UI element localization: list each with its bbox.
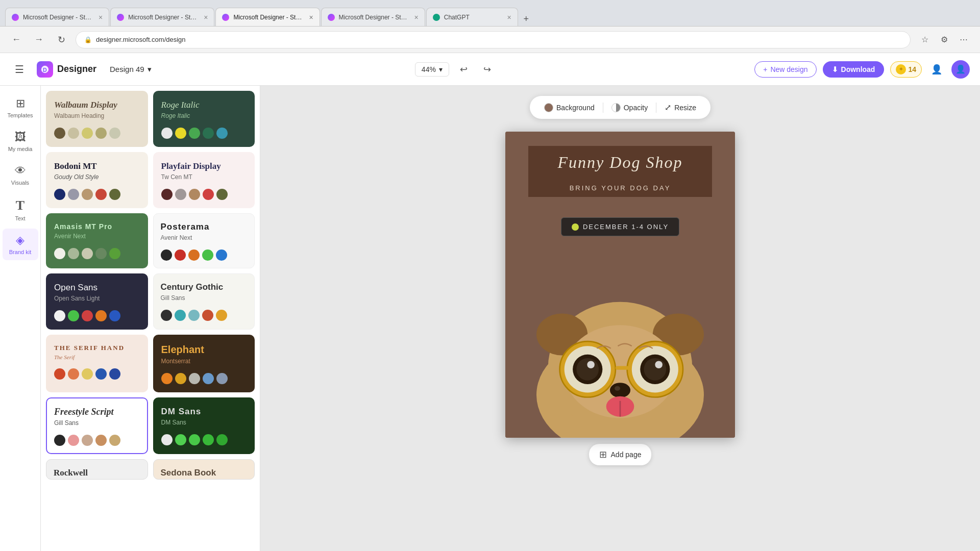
tab-close-1[interactable]: × <box>99 13 103 21</box>
forward-button[interactable]: → <box>31 32 47 48</box>
opacity-circle-icon <box>611 103 621 112</box>
tagline-bar[interactable]: BRING YOUR DOG DAY <box>528 179 713 197</box>
sidebar-icons: ⊞ Templates 🖼 My media 👁 Visuals T Text … <box>0 86 41 551</box>
share-button[interactable]: 👤 <box>928 61 945 78</box>
theme-card-walbaum[interactable]: Walbaum Display Walbaum Heading <box>46 91 148 147</box>
undo-button[interactable]: ↩ <box>455 61 473 78</box>
color-dot <box>175 128 186 139</box>
tab-close-chatgpt[interactable]: × <box>507 13 511 21</box>
address-bar-actions: ☆ ⚙ ⋯ <box>917 32 972 48</box>
color-dot <box>189 189 200 200</box>
resize-button[interactable]: ⤢ Resize <box>658 100 702 115</box>
card-subheading-roge: Roge Italic <box>161 112 247 119</box>
color-dot <box>54 368 65 380</box>
theme-card-playfair[interactable]: Playfair Display Tw Cen MT <box>153 152 255 208</box>
theme-card-freestyle[interactable]: Freestyle Script Gill Sans <box>46 397 148 454</box>
theme-card-rockwell[interactable]: Rockwell <box>46 459 148 480</box>
browser-tab-3[interactable]: Microsoft Designer - Stunning × <box>215 8 320 26</box>
color-dot <box>203 189 214 200</box>
color-dot <box>175 373 186 384</box>
new-design-button[interactable]: + New design <box>754 61 816 78</box>
avatar-button[interactable]: 👤 <box>951 60 970 79</box>
color-dot <box>68 248 79 259</box>
color-dot <box>175 434 186 445</box>
theme-card-centurygothic[interactable]: Century Gothic Gill Sans <box>153 273 255 330</box>
card-heading-roge: Roge Italic <box>161 100 247 110</box>
card-subheading-bodoni: Goudy Old Style <box>54 173 140 181</box>
extensions-button[interactable]: ⚙ <box>936 32 952 48</box>
theme-card-amasis[interactable]: Amasis MT Pro Avenir Next <box>46 213 148 268</box>
brand-kit-label: Brand kit <box>9 249 31 255</box>
download-label: Download <box>841 65 875 73</box>
color-dot <box>95 368 107 380</box>
add-page-button[interactable]: ⊞ Add page <box>589 444 652 465</box>
sidebar-item-text[interactable]: T Text <box>3 193 38 227</box>
browser-tab-1[interactable]: Microsoft Designer - Stunning × <box>5 8 109 26</box>
opacity-button[interactable]: Opacity <box>605 101 654 115</box>
theme-card-roge[interactable]: Roge Italic Roge Italic <box>153 91 255 147</box>
card-header-amasis: Amasis MT Pro Avenir Next <box>47 214 147 244</box>
browser-menu-button[interactable]: ⋯ <box>955 32 972 48</box>
templates-icon: ⊞ <box>16 97 25 110</box>
theme-card-opensans[interactable]: Open Sans Open Sans Light <box>46 273 148 330</box>
toolbar-divider-1 <box>603 103 603 113</box>
browser-tab-4[interactable]: Microsoft Designer - Stunning × <box>321 8 425 26</box>
shop-title-bar[interactable]: Funny Dog Shop <box>528 146 713 179</box>
card-heading-elephant: Elephant <box>161 344 247 356</box>
tab-title-chatgpt: ChatGPT <box>444 14 470 21</box>
color-dot <box>175 189 186 200</box>
sidebar-item-templates[interactable]: ⊞ Templates <box>3 92 38 123</box>
tab-close-3[interactable]: × <box>309 13 313 21</box>
back-button[interactable]: ← <box>8 32 24 48</box>
theme-card-elephant[interactable]: Elephant Montserrat <box>153 335 255 392</box>
favorites-button[interactable]: ☆ <box>917 32 933 48</box>
svg-point-16 <box>587 361 595 368</box>
design-name-label: Design 49 <box>110 65 144 73</box>
zoom-button[interactable]: 44% ▾ <box>415 62 449 77</box>
color-dot <box>216 310 227 321</box>
tab-title-3: Microsoft Designer - Stunning <box>233 14 305 21</box>
download-button[interactable]: ⬇ Download <box>823 61 885 78</box>
hamburger-button[interactable]: ☰ <box>10 60 29 79</box>
toolbar-center: 44% ▾ ↩ ↪ <box>165 61 747 78</box>
designer-logo[interactable]: D Designer <box>37 61 96 78</box>
design-name-button[interactable]: Design 49 ▾ <box>105 62 157 77</box>
date-badge-text: DECEMBER 1-4 ONLY <box>583 223 669 231</box>
card-heading-opensans: Open Sans <box>54 283 140 293</box>
color-dot <box>189 128 200 139</box>
favicon-chatgpt <box>433 14 440 21</box>
theme-card-dmsans[interactable]: DM Sans DM Sans <box>153 397 255 454</box>
card-subheading-freestyle: Gill Sans <box>54 419 140 427</box>
tagline-text: BRING YOUR DOG DAY <box>538 184 702 192</box>
sidebar-item-brand-kit[interactable]: ◈ Brand kit <box>3 229 38 260</box>
card-colors-bodoni <box>47 185 147 207</box>
theme-card-posterama[interactable]: Posterama Avenir Next <box>153 213 255 268</box>
svg-point-15 <box>576 358 599 381</box>
color-dot <box>203 434 214 445</box>
color-dot <box>189 373 200 384</box>
browser-tab-2[interactable]: Microsoft Designer - Stunning × <box>110 8 214 26</box>
resize-icon: ⤢ <box>665 103 671 112</box>
theme-card-sedona[interactable]: Sedona Book <box>153 459 255 480</box>
tab-close-4[interactable]: × <box>414 13 419 21</box>
theme-card-serif[interactable]: THE SERIF HAND The Serif <box>46 335 148 392</box>
card-colors-freestyle <box>47 431 147 453</box>
browser-tab-chatgpt[interactable]: ChatGPT × <box>426 8 518 26</box>
card-heading-rockwell: Rockwell <box>54 468 140 478</box>
background-button[interactable]: Background <box>538 101 601 115</box>
address-bar[interactable]: 🔒 designer.microsoft.com/design <box>76 31 911 48</box>
theme-card-bodoni[interactable]: Bodoni MT Goudy Old Style <box>46 152 148 208</box>
browser-chrome: Microsoft Designer - Stunning × Microsof… <box>0 0 980 27</box>
color-dot <box>109 189 120 200</box>
color-dot <box>216 128 228 139</box>
color-dot <box>203 128 214 139</box>
download-icon: ⬇ <box>832 65 838 73</box>
refresh-button[interactable]: ↻ <box>53 32 69 48</box>
redo-button[interactable]: ↪ <box>479 61 496 78</box>
sidebar-item-my-media[interactable]: 🖼 My media <box>3 126 38 157</box>
new-tab-button[interactable]: + <box>519 12 533 26</box>
color-dot <box>161 128 173 139</box>
sidebar-item-visuals[interactable]: 👁 Visuals <box>3 159 38 191</box>
tab-close-2[interactable]: × <box>204 13 208 21</box>
color-dot <box>109 368 120 380</box>
